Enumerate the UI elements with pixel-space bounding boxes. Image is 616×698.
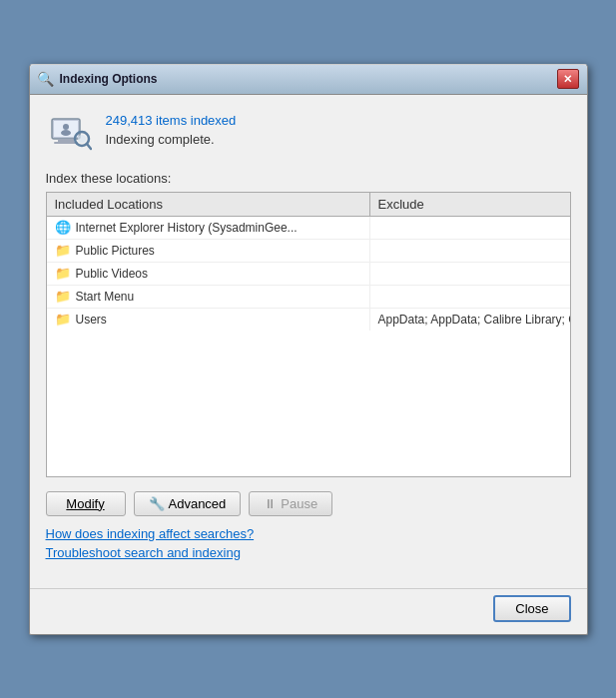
folder-icon: 📁: [55, 266, 71, 282]
status-text: 249,413 items indexed Indexing complete.: [106, 109, 237, 147]
main-content: 249,413 items indexed Indexing complete.…: [30, 95, 587, 588]
modify-label: Modify: [66, 496, 104, 511]
svg-rect-3: [54, 142, 78, 144]
advanced-icon: 🔧: [149, 496, 165, 511]
included-cell: 🌐 Internet Explorer History (SysadminGee…: [47, 217, 370, 239]
close-button[interactable]: Close: [493, 595, 570, 622]
items-indexed-count: 249,413 items indexed: [106, 113, 237, 128]
indexing-icon: [46, 109, 94, 157]
svg-line-6: [87, 144, 91, 149]
window-title: Indexing Options: [60, 72, 158, 86]
indexing-status-message: Indexing complete.: [106, 132, 237, 147]
title-bar-left: 🔍 Indexing Options: [38, 71, 158, 87]
table-body: 🌐 Internet Explorer History (SysadminGee…: [47, 217, 570, 476]
close-icon: ✕: [563, 73, 572, 86]
table-row: 🌐 Internet Explorer History (SysadminGee…: [47, 217, 570, 240]
close-window-button[interactable]: ✕: [557, 69, 579, 89]
modify-button[interactable]: Modify: [46, 491, 126, 516]
troubleshoot-label: Troubleshoot search and indexing: [46, 545, 241, 560]
ie-icon: 🌐: [55, 220, 71, 236]
close-button-label: Close: [515, 601, 548, 616]
exclude-cell: [370, 271, 570, 277]
svg-point-7: [63, 124, 69, 130]
indexing-options-window: 🔍 Indexing Options ✕: [29, 64, 588, 635]
advanced-label: Advanced: [169, 496, 227, 511]
exclude-cell: AppData; AppData; Calibre Library; Conta…: [370, 310, 570, 330]
pause-icon: ⏸: [264, 496, 277, 511]
included-cell: 📁 Public Pictures: [47, 240, 370, 262]
title-bar: 🔍 Indexing Options ✕: [30, 65, 587, 95]
location-name: Public Pictures: [76, 244, 155, 258]
exclude-cell: [370, 248, 570, 254]
locations-table: Included Locations Exclude 🌐 Internet Ex…: [46, 192, 571, 477]
table-header: Included Locations Exclude: [47, 193, 570, 217]
links-area: How does indexing affect searches? Troub…: [46, 526, 571, 560]
included-cell: 📁 Users: [47, 309, 370, 331]
how-does-label: How does indexing affect searches?: [46, 526, 255, 541]
advanced-button[interactable]: 🔧 Advanced: [134, 491, 242, 516]
location-name: Internet Explorer History (SysadminGee..…: [76, 221, 298, 235]
svg-point-5: [78, 135, 86, 143]
pause-button[interactable]: ⏸ Pause: [249, 491, 332, 516]
status-area: 249,413 items indexed Indexing complete.: [46, 109, 571, 157]
folder-icon: 📁: [55, 289, 71, 305]
header-exclude: Exclude: [370, 193, 570, 216]
exclude-cell: [370, 294, 570, 300]
how-does-indexing-link[interactable]: How does indexing affect searches?: [46, 526, 571, 541]
location-name: Users: [76, 313, 107, 327]
location-name: Start Menu: [76, 290, 135, 304]
table-row: 📁 Start Menu: [47, 286, 570, 309]
bottom-bar: Close: [30, 588, 587, 634]
table-row: 📁 Public Videos: [47, 263, 570, 286]
exclude-cell: [370, 225, 570, 231]
table-row: 📁 Users AppData; AppData; Calibre Librar…: [47, 309, 570, 331]
svg-point-8: [61, 130, 71, 136]
included-cell: 📁 Start Menu: [47, 286, 370, 308]
location-name: Public Videos: [76, 267, 149, 281]
table-row: 📁 Public Pictures: [47, 240, 570, 263]
buttons-area: Modify 🔧 Advanced ⏸ Pause: [46, 491, 571, 516]
troubleshoot-link[interactable]: Troubleshoot search and indexing: [46, 545, 571, 560]
folder-icon: 📁: [55, 243, 71, 259]
window-icon: 🔍: [38, 71, 54, 87]
folder-icon: 📁: [55, 312, 71, 328]
header-included: Included Locations: [47, 193, 370, 216]
pause-label: Pause: [281, 496, 317, 511]
locations-label: Index these locations:: [46, 171, 571, 186]
svg-rect-2: [58, 139, 74, 142]
included-cell: 📁 Public Videos: [47, 263, 370, 285]
